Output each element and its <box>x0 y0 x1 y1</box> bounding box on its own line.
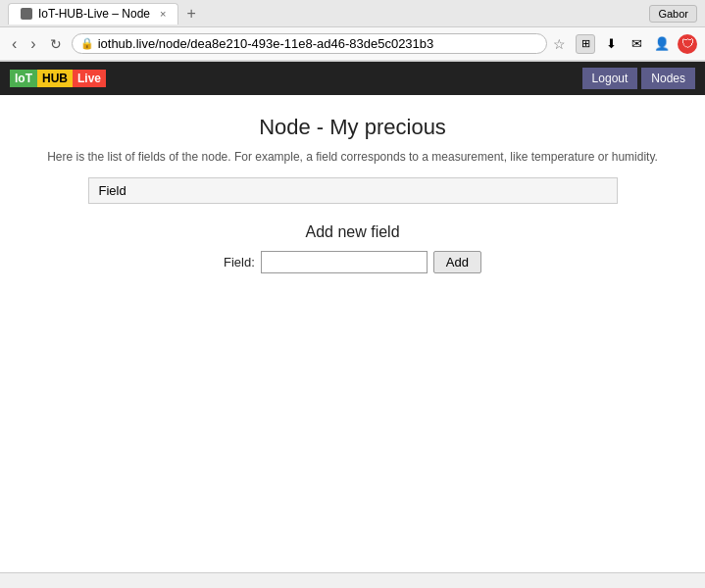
browser-navbar: ‹ › ↻ 🔒 ☆ ⊞ ⬇ ✉ 👤 🛡 <box>0 27 705 61</box>
fields-table: Field <box>88 177 618 204</box>
bookmark-button[interactable]: ☆ <box>553 36 566 52</box>
status-bar <box>0 572 705 588</box>
brand-hub: HUB <box>37 70 73 87</box>
downloads-icon[interactable]: ⬇ <box>601 34 621 54</box>
field-label: Field: <box>224 255 255 270</box>
reload-button[interactable]: ↻ <box>46 34 66 54</box>
new-tab-button[interactable]: + <box>178 5 203 23</box>
tab-close-button[interactable]: × <box>160 8 166 20</box>
add-field-title: Add new field <box>20 223 685 241</box>
security-icon[interactable]: 🛡 <box>678 34 697 54</box>
secure-icon: 🔒 <box>80 37 94 50</box>
app-nav-right: Logout Nodes <box>582 68 695 89</box>
field-column-header: Field <box>88 178 617 204</box>
add-field-button[interactable]: Add <box>433 251 481 273</box>
forward-button[interactable]: › <box>26 33 39 55</box>
address-bar-container[interactable]: 🔒 <box>72 33 547 54</box>
title-bar: IoT-HUB-Live – Node × + Gabor <box>0 0 705 27</box>
add-field-form: Field: Add <box>20 251 685 273</box>
brand-live: Live <box>73 70 106 87</box>
tab-favicon <box>21 8 32 20</box>
brand-logo: IoT HUB Live <box>10 70 106 87</box>
nodes-button[interactable]: Nodes <box>641 68 695 89</box>
logout-button[interactable]: Logout <box>582 68 638 89</box>
app-navbar: IoT HUB Live Logout Nodes <box>0 62 705 95</box>
toolbar-icons: ⊞ ⬇ ✉ 👤 🛡 <box>576 34 697 54</box>
add-field-section: Add new field Field: Add <box>20 223 685 273</box>
active-tab[interactable]: IoT-HUB-Live – Node × <box>8 3 178 24</box>
profile-button[interactable]: Gabor <box>649 5 697 23</box>
field-input[interactable] <box>261 251 428 273</box>
main-content: Node - My precious Here is the list of f… <box>0 95 705 293</box>
brand-iot: IoT <box>10 70 37 87</box>
back-button[interactable]: ‹ <box>8 33 21 55</box>
extensions-icon[interactable]: ⊞ <box>576 34 595 54</box>
page-title: Node - My precious <box>20 115 685 140</box>
page-description: Here is the list of fields of the node. … <box>20 150 685 164</box>
tab-title: IoT-HUB-Live – Node <box>38 7 150 21</box>
address-input[interactable] <box>98 36 538 51</box>
profile-icon[interactable]: 👤 <box>652 34 672 54</box>
email-icon[interactable]: ✉ <box>627 34 646 54</box>
